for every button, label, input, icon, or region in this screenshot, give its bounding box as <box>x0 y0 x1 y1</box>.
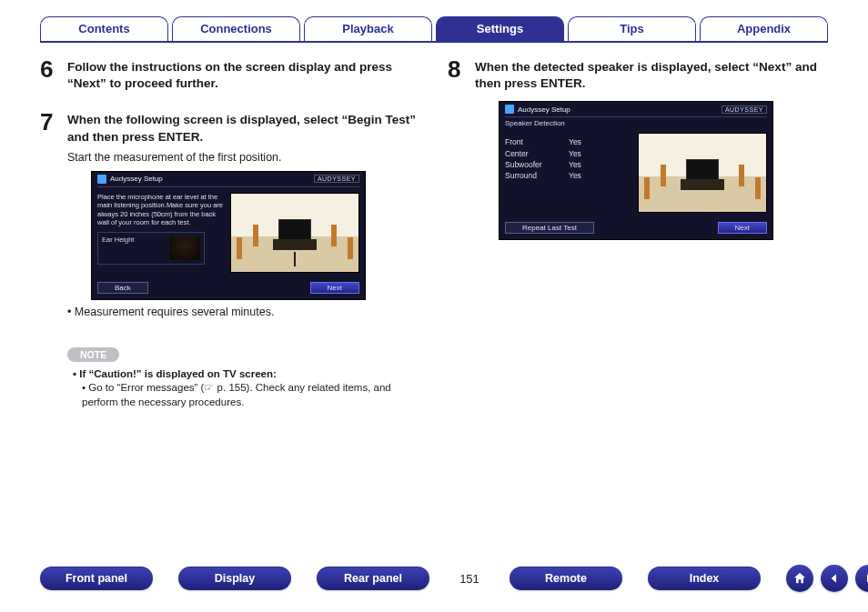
step-6-heading: Follow the instructions on the screen di… <box>67 59 420 92</box>
chair-illustration <box>169 236 200 260</box>
left-column: 6 Follow the instructions on the screen … <box>40 57 420 409</box>
note-chip: NOTE <box>67 347 119 362</box>
tab-tips[interactable]: Tips <box>568 16 696 41</box>
step-7-heading: When the following screen is displayed, … <box>67 112 420 145</box>
detect-row: SurroundYes <box>505 170 632 181</box>
note-bullet-1: • If “Caution!” is displayed on TV scree… <box>73 367 420 382</box>
note-bullet-2: • Go to “Error messages” (☞ p. 155). Che… <box>82 381 420 409</box>
shot2-repeat-button: Repeat Last Test <box>505 222 594 234</box>
tab-connections[interactable]: Connections <box>172 16 300 41</box>
index-link[interactable]: Index <box>648 567 761 590</box>
room-illustration <box>638 133 767 213</box>
step-8: 8 When the detected speaker is displayed… <box>448 57 828 240</box>
ear-height-label: Ear Height <box>102 236 134 244</box>
tab-appendix[interactable]: Appendix <box>700 16 828 41</box>
page-number: 151 <box>455 572 484 586</box>
detect-row: CenterYes <box>505 148 632 159</box>
next-page-icon[interactable] <box>855 565 868 592</box>
step-number: 6 <box>40 57 58 97</box>
shot2-brand: AUDYSSEY <box>722 105 767 114</box>
shot2-subtitle: Speaker Detection <box>500 117 772 127</box>
front-panel-link[interactable]: Front panel <box>40 567 153 590</box>
tab-contents[interactable]: Contents <box>40 16 168 41</box>
rear-panel-link[interactable]: Rear panel <box>317 567 429 590</box>
prev-page-icon[interactable] <box>821 565 848 592</box>
shot1-body-text: Place the microphone at ear level at the… <box>97 193 225 227</box>
detect-row: SubwooferYes <box>505 159 632 170</box>
audyssey-setup-screenshot: Audyssey Setup AUDYSSEY Place the microp… <box>91 171 366 300</box>
speaker-detection-list: FrontYes CenterYes SubwooferYes Surround… <box>505 133 632 213</box>
step-number: 8 <box>448 57 466 240</box>
note-block: NOTE • If “Caution!” is displayed on TV … <box>67 344 420 410</box>
step-number: 7 <box>40 110 58 330</box>
shot2-title: Audyssey Setup <box>518 105 570 114</box>
audyssey-icon <box>97 175 106 184</box>
right-column: 8 When the detected speaker is displayed… <box>448 57 828 409</box>
detect-row: FrontYes <box>505 136 632 147</box>
shot1-next-button: Next <box>310 282 359 294</box>
shot1-back-button: Back <box>97 282 148 294</box>
ear-height-panel: Ear Height <box>97 232 205 265</box>
room-illustration <box>230 193 359 273</box>
tab-underline <box>40 41 828 43</box>
measurement-bullet: Measurement requires several minutes. <box>67 306 420 318</box>
tab-playback[interactable]: Playback <box>304 16 432 41</box>
step-6: 6 Follow the instructions on the screen … <box>40 57 420 97</box>
shot2-next-button: Next <box>718 222 767 234</box>
audyssey-icon <box>505 105 514 114</box>
home-icon[interactable] <box>786 565 813 592</box>
shot1-brand: AUDYSSEY <box>314 175 359 183</box>
footer-bar: Front panel Display Rear panel 151 Remot… <box>0 565 868 592</box>
step-7-sub: Start the measurement of the first posit… <box>67 151 420 164</box>
shot1-title: Audyssey Setup <box>110 175 163 183</box>
step-7: 7 When the following screen is displayed… <box>40 110 420 330</box>
tab-settings[interactable]: Settings <box>436 16 564 41</box>
display-link[interactable]: Display <box>178 567 291 590</box>
remote-link[interactable]: Remote <box>510 567 622 590</box>
step-8-heading: When the detected speaker is displayed, … <box>475 59 828 92</box>
speaker-detection-screenshot: Audyssey Setup AUDYSSEY Speaker Detectio… <box>499 101 773 240</box>
